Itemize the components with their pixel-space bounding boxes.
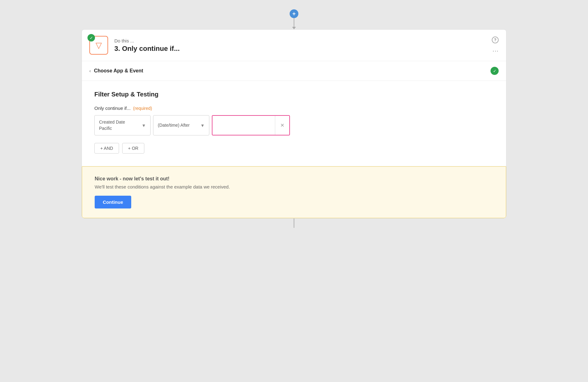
page-wrapper: + ✓ ▽ Do this ... 3. Only continue if...… [82, 6, 506, 228]
field-selector[interactable]: Created Date Pacific ▼ [94, 115, 151, 135]
choose-app-left: ‹ Choose App & Event [89, 68, 143, 74]
filter-value-input[interactable] [212, 116, 275, 135]
choose-app-section[interactable]: ‹ Choose App & Event ✓ [82, 61, 506, 81]
condition-selector-text: (Date/time) After [158, 122, 190, 129]
choose-app-label: Choose App & Event [94, 68, 143, 74]
field-selector-text: Created Date Pacific [99, 119, 138, 131]
step-header: ✓ ▽ Do this ... 3. Only continue if... ?… [82, 30, 506, 61]
notice-section: Nice work - now let's test it out! We'll… [82, 166, 506, 218]
condition-chevron-icon: ▼ [200, 123, 205, 128]
step-check-icon: ✓ [87, 34, 95, 42]
step-title: 3. Only continue if... [114, 45, 492, 53]
step-icon-wrapper: ✓ ▽ [89, 36, 108, 55]
bottom-connector [294, 218, 294, 228]
chevron-down-icon: ‹ [89, 68, 91, 73]
choose-app-check-icon: ✓ [491, 67, 499, 75]
add-step-button[interactable]: + [290, 9, 298, 18]
filter-row: Created Date Pacific ▼ (Date/time) After… [94, 115, 494, 135]
filter-value-wrapper: ✕ [212, 115, 290, 135]
more-options-icon[interactable]: ··· [492, 47, 499, 54]
logic-buttons: + AND + OR [94, 143, 494, 154]
or-button[interactable]: + OR [122, 143, 144, 154]
connector-line-top [294, 18, 294, 27]
step-actions: ? ··· [492, 37, 499, 54]
filter-section-title: Filter Setup & Testing [94, 91, 494, 98]
step-title-area: Do this ... 3. Only continue if... [114, 38, 492, 53]
notice-text: We'll test these conditions against the … [95, 184, 493, 189]
condition-selector[interactable]: (Date/time) After ▼ [153, 115, 209, 135]
and-button[interactable]: + AND [94, 143, 119, 154]
required-badge: (required) [133, 106, 152, 111]
top-connector: + [290, 9, 298, 29]
main-card: ✓ ▽ Do this ... 3. Only continue if... ?… [82, 29, 506, 218]
step-subtitle: Do this ... [114, 38, 492, 43]
funnel-icon: ▽ [96, 41, 102, 50]
notice-title: Nice work - now let's test it out! [95, 176, 493, 182]
filter-clear-button[interactable]: ✕ [275, 116, 289, 135]
filter-section: Filter Setup & Testing Only continue if.… [82, 81, 506, 166]
connector-line-bottom [294, 218, 294, 228]
field-chevron-icon: ▼ [142, 123, 146, 128]
arrow-down-top [292, 27, 296, 29]
help-icon[interactable]: ? [492, 37, 499, 43]
continue-button[interactable]: Continue [95, 196, 131, 208]
only-continue-label: Only continue if... (required) [94, 105, 494, 111]
only-continue-text: Only continue if... [94, 105, 131, 111]
